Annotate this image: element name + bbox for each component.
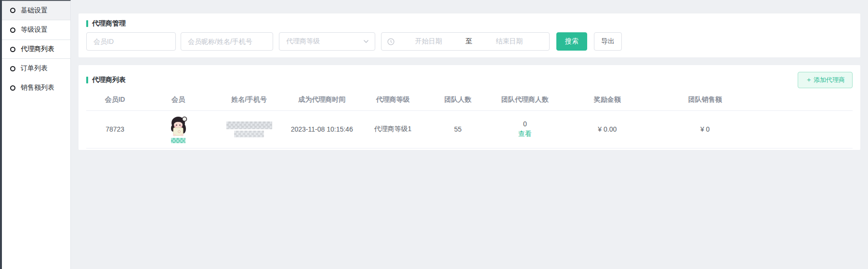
cell-filler (757, 110, 853, 148)
sidebar-item-label: 订单列表 (21, 64, 48, 73)
col-header-name-phone: 姓名/手机号 (213, 89, 286, 110)
blurred-name (226, 121, 272, 129)
agent-level-select[interactable]: 代理商等级 (279, 32, 375, 51)
col-header-team-sales: 团队销售额 (653, 89, 757, 110)
sidebar-item-label: 等级设置 (21, 26, 48, 34)
green-bar-accent (86, 20, 88, 27)
view-link[interactable]: 查看 (490, 130, 559, 138)
table-header-row: 会员ID 会员 姓名/手机号 成为代理商时间 代理商等级 团队人数 团队代理商人… (86, 89, 853, 110)
sidebar-item-basic-settings[interactable]: 基础设置 (2, 1, 70, 20)
nickname-name-phone-input[interactable] (181, 32, 273, 51)
main-content: 代理商管理 代理商等级 开始日期 至 (71, 0, 868, 269)
sidebar-item-level-settings[interactable]: 等级设置 (2, 20, 70, 40)
cell-name-phone (213, 110, 286, 148)
sidebar-item-label: 代理商列表 (21, 45, 54, 54)
cell-member-id: 78723 (86, 110, 144, 148)
col-header-became-agent-time: 成为代理商时间 (286, 89, 358, 110)
member-id-input[interactable] (86, 32, 176, 51)
blurred-phone (234, 131, 264, 137)
green-bar-accent (86, 77, 88, 83)
col-header-reward-amount: 奖励金额 (561, 89, 653, 110)
plus-icon: ＋ (805, 76, 812, 84)
cell-agent-level: 代理商等级1 (358, 110, 427, 148)
cell-reward-amount: ¥ 0.00 (561, 110, 653, 148)
search-panel-title: 代理商管理 (86, 19, 853, 28)
date-end-placeholder[interactable]: 结束日期 (475, 37, 544, 46)
filter-row: 代理商等级 开始日期 至 结束日期 搜索 导出 (86, 32, 853, 51)
radio-circle-icon (10, 66, 15, 71)
cell-team-sales: ¥ 0 (653, 110, 757, 148)
list-panel-header: 代理商列表 ＋ 添加代理商 (86, 71, 853, 89)
col-header-member: 会员 (144, 89, 212, 110)
sidebar-item-order-list[interactable]: 订单列表 (2, 59, 70, 78)
agent-table: 会员ID 会员 姓名/手机号 成为代理商时间 代理商等级 团队人数 团队代理商人… (86, 89, 853, 148)
date-range-picker[interactable]: 开始日期 至 结束日期 (381, 32, 550, 51)
add-agent-button-label: 添加代理商 (814, 76, 845, 84)
export-button[interactable]: 导出 (594, 32, 622, 51)
col-header-team-count: 团队人数 (427, 89, 488, 110)
cell-became-agent-time: 2023-11-08 10:15:46 (286, 110, 358, 148)
list-panel-title: 代理商列表 (86, 76, 126, 84)
radio-circle-icon (10, 27, 15, 33)
col-header-agent-level: 代理商等级 (358, 89, 427, 110)
list-panel-title-text: 代理商列表 (92, 76, 126, 84)
cell-member (144, 110, 212, 148)
add-agent-button[interactable]: ＋ 添加代理商 (798, 72, 853, 88)
avatar (169, 116, 188, 137)
agent-search-panel: 代理商管理 代理商等级 开始日期 至 (79, 13, 860, 57)
col-header-member-id: 会员ID (86, 89, 144, 110)
sidebar-item-agent-list[interactable]: 代理商列表 (2, 40, 70, 59)
blurred-nickname (171, 138, 185, 143)
sidebar-item-label: 销售额列表 (21, 83, 54, 92)
search-button[interactable]: 搜索 (556, 32, 587, 51)
chevron-down-icon (363, 40, 369, 43)
search-panel-title-text: 代理商管理 (92, 19, 126, 28)
agent-list-panel: 代理商列表 ＋ 添加代理商 会员ID 会员 姓名/手机号 (79, 65, 860, 150)
date-separator: 至 (463, 37, 475, 46)
cell-team-agent-count: 0 查看 (488, 110, 561, 148)
sidebar-item-sales-list[interactable]: 销售额列表 (2, 78, 70, 97)
cell-team-count: 55 (427, 110, 488, 148)
team-agent-count-value: 0 (523, 120, 527, 128)
page: 基础设置 等级设置 代理商列表 订单列表 销售额列表 代理商管理 (0, 0, 868, 269)
col-header-filler (757, 89, 853, 110)
sidebar: 基础设置 等级设置 代理商列表 订单列表 销售额列表 (2, 0, 71, 269)
sidebar-item-label: 基础设置 (21, 6, 48, 15)
clock-icon (387, 38, 395, 45)
radio-circle-icon (10, 8, 15, 13)
agent-level-select-placeholder: 代理商等级 (286, 37, 320, 46)
col-header-team-agent-count: 团队代理商人数 (488, 89, 561, 110)
radio-circle-icon (10, 85, 15, 91)
date-start-placeholder[interactable]: 开始日期 (395, 37, 463, 46)
table-row: 78723 (86, 110, 853, 148)
radio-circle-icon (10, 47, 15, 52)
